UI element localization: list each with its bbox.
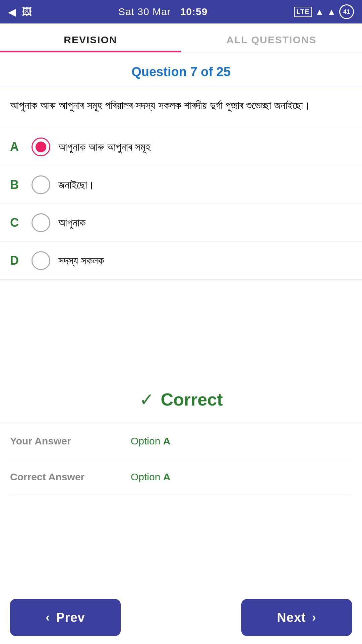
option-row-a[interactable]: A আপুনাক আৰু আপুনাৰ সমূহ	[0, 128, 362, 166]
options-list: A আপুনাক আৰু আপুনাৰ সমূহ B জনাইছো। C আপু…	[0, 128, 362, 376]
next-label: Next	[277, 610, 306, 625]
radio-d[interactable]	[32, 251, 50, 270]
question-header: Question 7 of 25	[0, 53, 362, 86]
correct-answer-label: Correct Answer	[10, 471, 131, 483]
next-arrow-icon: ›	[312, 610, 316, 625]
tab-all-questions[interactable]: ALL QUESTIONS	[181, 23, 362, 52]
status-bar: ◀ 🖼 Sat 30 Mar 10:59 LTE ▲ ▲ 41	[0, 0, 362, 23]
bottom-nav: ‹ Prev Next ›	[0, 591, 362, 644]
option-row-d[interactable]: D সদস্য সকলক	[0, 242, 362, 280]
next-button[interactable]: Next ›	[241, 599, 352, 636]
battery-indicator: 41	[339, 4, 354, 19]
option-text-d: সদস্য সকলক	[58, 255, 104, 267]
option-text-c: আপুনাক	[58, 217, 85, 229]
your-answer-row: Your Answer Option A	[10, 423, 352, 459]
prev-button[interactable]: ‹ Prev	[10, 599, 121, 636]
signal-icon-2: ▲	[327, 7, 336, 17]
status-bar-datetime: Sat 30 Mar 10:59	[118, 6, 207, 17]
option-letter-d: D	[10, 254, 23, 268]
option-row-b[interactable]: B জনাইছো।	[0, 166, 362, 204]
checkmark-icon: ✓	[139, 389, 154, 410]
prev-label: Prev	[56, 610, 85, 625]
option-letter-c: C	[10, 216, 23, 230]
prev-arrow-icon: ‹	[46, 610, 50, 625]
radio-b[interactable]	[32, 175, 50, 194]
answer-section: Your Answer Option A Correct Answer Opti…	[0, 423, 362, 495]
radio-c[interactable]	[32, 213, 50, 232]
correct-answer-value: Option A	[131, 471, 170, 483]
tab-revision[interactable]: REVISION	[0, 23, 181, 52]
status-time: 10:59	[180, 6, 208, 17]
radio-inner-a	[36, 142, 46, 152]
image-icon: 🖼	[22, 6, 32, 17]
option-row-c[interactable]: C আপুনাক	[0, 204, 362, 242]
option-letter-b: B	[10, 178, 23, 192]
tab-bar: REVISION ALL QUESTIONS	[0, 23, 362, 53]
status-bar-right: LTE ▲ ▲ 41	[294, 4, 354, 19]
your-answer-label: Your Answer	[10, 435, 131, 447]
option-text-b: জনাইছো।	[58, 179, 95, 191]
correct-answer-row: Correct Answer Option A	[10, 459, 352, 495]
your-answer-value: Option A	[131, 435, 170, 447]
result-banner: ✓ Correct	[0, 376, 362, 423]
status-date: Sat 30 Mar	[118, 6, 171, 17]
result-status: Correct	[161, 389, 223, 410]
radio-a[interactable]	[32, 138, 50, 156]
signal-icon: ▲	[315, 7, 324, 17]
option-text-a: আপুনাক আৰু আপুনাৰ সমূহ	[58, 141, 150, 153]
back-icon: ◀	[8, 6, 16, 18]
question-text: আপুনাক আৰু আপুনাৰ সমূহ পৰিয়ালৰ সদস্য সক…	[0, 86, 362, 128]
lte-indicator: LTE	[294, 7, 312, 17]
option-letter-a: A	[10, 140, 23, 154]
status-bar-left: ◀ 🖼	[8, 6, 32, 18]
